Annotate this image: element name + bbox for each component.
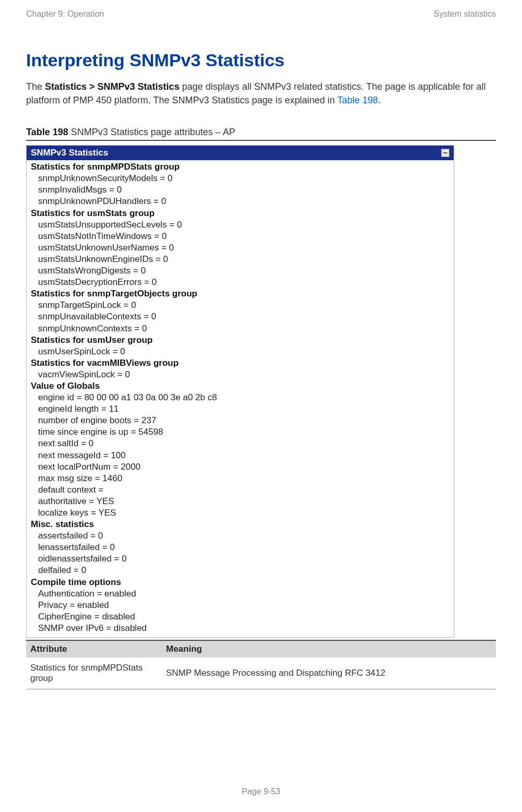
table-link[interactable]: Table 198: [337, 95, 378, 105]
stat-line: usmStatsUnknownEngineIDs = 0: [27, 254, 454, 265]
stats-group-heading: Statistics for snmpMPDStats group: [27, 161, 454, 173]
attribute-table-header: Attribute Meaning: [26, 640, 496, 658]
intro-prefix: The: [26, 81, 45, 92]
stat-line: localize keys = YES: [27, 507, 454, 519]
stats-group-heading: Compile time options: [27, 577, 454, 588]
stat-line: vacmViewSpinLock = 0: [27, 369, 454, 380]
panel-body: Statistics for snmpMPDStats groupsnmpUnk…: [27, 160, 454, 637]
snmpv3-stats-panel: SNMPv3 Statistics Statistics for snmpMPD…: [26, 145, 454, 638]
caption-rest: SNMPv3 Statistics page attributes – AP: [68, 127, 235, 137]
stat-line: max msg size = 1460: [27, 473, 454, 484]
stat-line: engineId length = 11: [27, 403, 454, 415]
attribute-table: Attribute Meaning Statistics for snmpMPD…: [26, 640, 496, 689]
header-meaning: Meaning: [162, 641, 496, 658]
panel-title-bar: SNMPv3 Statistics: [27, 146, 454, 160]
stat-line: next messageId = 100: [27, 450, 454, 461]
stat-line: delfailed = 0: [27, 565, 454, 576]
stats-group-heading: Statistics for vacmMIBViews group: [27, 357, 454, 369]
stat-line: snmpUnknownContexts = 0: [27, 323, 454, 335]
caption-bold: Table 198: [26, 127, 68, 137]
intro-paragraph: The Statistics > SNMPv3 Statistics page …: [26, 80, 496, 107]
stat-line: oidlenassertsfailed = 0: [27, 553, 454, 565]
stat-line: engine id = 80 00 00 a1 03 0a 00 3e a0 2…: [27, 392, 454, 403]
stat-line: usmStatsWrongDigests = 0: [27, 265, 454, 277]
stat-line: default context =: [27, 484, 454, 496]
stat-line: usmStatsUnsupportedSecLevels = 0: [27, 219, 454, 231]
stats-group-heading: Value of Globals: [27, 380, 454, 392]
attribute-table-row: Statistics for snmpMPDStats groupSNMP Me…: [26, 658, 496, 689]
intro-bold: Statistics > SNMPv3 Statistics: [45, 81, 180, 92]
intro-suffix: .: [378, 95, 381, 105]
stat-line: assertsfailed = 0: [27, 530, 454, 542]
attr-cell: Statistics for snmpMPDStats group: [26, 658, 162, 689]
stat-line: usmStatsDecryptionErrors = 0: [27, 277, 454, 288]
stat-line: snmpUnknownSecurityModels = 0: [27, 173, 454, 184]
stat-line: snmpTargetSpinLock = 0: [27, 300, 454, 311]
stat-line: usmUserSpinLock = 0: [27, 346, 454, 357]
stat-line: Authentication = enabled: [27, 588, 454, 600]
stats-group-heading: Misc. statistics: [27, 519, 454, 530]
stat-line: lenassertsfailed = 0: [27, 542, 454, 553]
stat-line: Privacy = enabled: [27, 600, 454, 611]
stat-line: next localPortNum = 2000: [27, 461, 454, 473]
stats-group-heading: Statistics for usmUser group: [27, 335, 454, 346]
section-title: Interpreting SNMPv3 Statistics: [26, 50, 496, 70]
header-left: Chapter 9: Operation: [26, 9, 104, 19]
stat-line: next saltId = 0: [27, 438, 454, 449]
stat-line: number of engine boots = 237: [27, 415, 454, 426]
panel-title-text: SNMPv3 Statistics: [31, 148, 108, 158]
stat-line: SNMP over IPv6 = disabled: [27, 623, 454, 634]
stat-line: authoritative = YES: [27, 496, 454, 507]
stat-line: snmpUnknownPDUHandlers = 0: [27, 196, 454, 207]
page-footer: Page 9-53: [0, 787, 522, 796]
stat-line: snmpUnavailableContexts = 0: [27, 311, 454, 323]
header-right: System statistics: [434, 9, 496, 19]
meaning-cell: SNMP Message Processing and Dispatching …: [162, 658, 496, 689]
stat-line: usmStatsNotInTimeWindows = 0: [27, 231, 454, 242]
page-header: Chapter 9: Operation System statistics: [26, 0, 496, 19]
header-attribute: Attribute: [26, 641, 162, 658]
caption-rule: [26, 140, 496, 141]
collapse-icon[interactable]: [441, 149, 449, 157]
stat-line: time since engine is up = 54598: [27, 426, 454, 438]
stat-line: usmStatsUnknownUserNames = 0: [27, 242, 454, 254]
stat-line: snmpInvalidMsgs = 0: [27, 184, 454, 196]
stats-group-heading: Statistics for snmpTargetObjects group: [27, 288, 454, 300]
stat-line: CipherEngine = disabled: [27, 611, 454, 623]
stats-group-heading: Statistics for usmStats group: [27, 208, 454, 219]
table-caption: Table 198 SNMPv3 Statistics page attribu…: [26, 127, 496, 138]
